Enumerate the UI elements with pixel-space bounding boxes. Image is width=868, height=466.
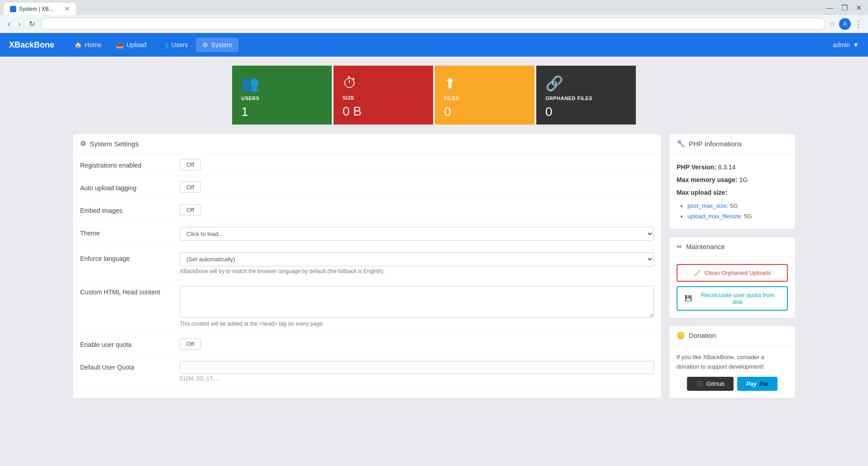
default-quota-row: Default User Quota 1G 512M, 2G, 1T, ... [73, 356, 661, 388]
embed-images-control: Off [180, 204, 654, 216]
paypal-icon: Pay [746, 380, 757, 387]
restore-button[interactable]: ❐ [839, 3, 850, 13]
theme-select[interactable]: Click to load... [180, 227, 654, 241]
upload-max-link[interactable]: upload_max_filesize [687, 213, 741, 220]
html-head-row: Custom HTML Head content This content wi… [73, 280, 661, 333]
nav-items: 🏠 Home 📤 Upload 👥 Users ⚙ System [68, 38, 822, 52]
php-info-header: 🔧 PHP Informations [669, 134, 795, 154]
bookmark-icon: ☆ [829, 19, 835, 28]
recalculate-quota-button[interactable]: 💾 Recalculate user quota from disk [677, 286, 788, 311]
size-stat-label: SIZE [343, 95, 424, 101]
default-quota-input[interactable]: 1G [180, 361, 654, 374]
html-head-control: This content will be added at the <head>… [180, 286, 654, 327]
size-stat-value: 0 B [343, 104, 424, 119]
nav-users[interactable]: 👥 Users [155, 38, 195, 52]
theme-row: Theme Click to load... [73, 221, 661, 247]
back-button[interactable]: ‹ [5, 19, 12, 29]
browser-profile[interactable]: A [839, 18, 851, 30]
user-menu[interactable]: 👤 admin ▼ [822, 41, 859, 48]
coin-icon: 🪙 [677, 331, 685, 340]
quota-toggle[interactable]: Off [180, 338, 201, 350]
default-quota-label: Default User Quota [80, 361, 180, 371]
language-label: Enforce language [80, 252, 180, 262]
close-button[interactable]: ✕ [853, 3, 864, 13]
auto-tagging-label: Auto upload tagging [80, 182, 180, 192]
settings-title: System Settings [90, 140, 138, 148]
upload-max-item: upload_max_filesize: 5G [687, 211, 788, 221]
language-hint: XBackBone will try to match the browser … [180, 268, 654, 274]
users-stat-icon: 👥 [241, 75, 323, 92]
php-info-content: PHP Version: 8.3.14 Max memory usage: 1G… [677, 161, 788, 222]
github-icon: ⚫ [696, 380, 703, 387]
nav-system[interactable]: ⚙ System [196, 38, 238, 52]
theme-label: Theme [80, 227, 180, 237]
default-quota-control: 1G 512M, 2G, 1T, ... [180, 361, 654, 382]
embed-images-toggle[interactable]: Off [180, 204, 201, 216]
quota-control: Off [180, 338, 654, 350]
stat-orphaned: 🔗 ORPHANED FILES 0 [536, 66, 636, 125]
php-info-card: 🔧 PHP Informations PHP Version: 8.3.14 M… [669, 134, 796, 230]
auto-tagging-control: Off [180, 182, 654, 193]
nav-system-label: System [211, 41, 232, 48]
home-icon: 🏠 [74, 41, 82, 48]
orphaned-stat-value: 0 [545, 105, 627, 119]
donation-card: 🪙 Donation If you like XBackBone, consid… [669, 326, 796, 399]
sidebar: 🔧 PHP Informations PHP Version: 8.3.14 M… [669, 134, 796, 399]
donation-buttons: ⚫ GitHub PayPal [677, 377, 788, 391]
reload-button[interactable]: ↻ [27, 19, 37, 29]
max-upload-row: Max upload size: [677, 186, 788, 199]
max-memory-row: Max memory usage: 1G [677, 173, 788, 186]
main-content: ⚙ System Settings Registrations enabled … [0, 134, 868, 408]
minimize-button[interactable]: — [823, 3, 836, 13]
php-info-title: PHP Informations [689, 140, 742, 148]
browser-tab[interactable]: System | XB... ✕ [4, 3, 76, 15]
theme-control: Click to load... [180, 227, 654, 241]
maintenance-body: 🧹 Clean Orphaned Uploads 💾 Recalculate u… [669, 257, 795, 318]
stat-users: 👥 USERS 1 [232, 66, 332, 125]
clean-orphaned-label: Clean Orphaned Uploads [705, 269, 771, 276]
settings-header: ⚙ System Settings [73, 134, 661, 154]
brand-name: XBackBone [9, 40, 54, 50]
files-stat-icon: ⬆ [444, 75, 525, 92]
broom-icon: 🧹 [694, 269, 701, 276]
registrations-control: Off [180, 159, 654, 170]
upload-icon: 📤 [116, 41, 124, 48]
donation-text: If you like XBackBone, consider a donati… [677, 353, 788, 372]
upload-max-value: 5G [744, 213, 752, 220]
quota-label: Enable user quota [80, 338, 180, 348]
size-stat-icon: ⏱ [343, 75, 424, 91]
donation-body: If you like XBackBone, consider a donati… [669, 346, 795, 399]
browser-menu-button[interactable]: ⋮ [854, 19, 863, 29]
clean-orphaned-button[interactable]: 🧹 Clean Orphaned Uploads [677, 264, 788, 282]
nav-upload-label: Upload [126, 41, 146, 48]
html-head-label: Custom HTML Head content [80, 286, 180, 296]
auto-tagging-row: Auto upload tagging Off [73, 176, 661, 199]
system-icon: ⚙ [202, 41, 208, 48]
orphaned-stat-label: ORPHANED FILES [545, 96, 627, 101]
paypal-button[interactable]: PayPal [737, 377, 777, 391]
nav-home[interactable]: 🏠 Home [68, 38, 108, 52]
maintenance-title: Maintenance [686, 243, 725, 250]
maintenance-card: ✂ Maintenance 🧹 Clean Orphaned Uploads 💾… [669, 237, 796, 318]
stats-row: 👥 USERS 1 ⏱ SIZE 0 B ⬆ FILES 0 🔗 ORPHANE… [0, 57, 868, 134]
user-icon: 👤 [822, 41, 830, 48]
wrench-icon: ✂ [677, 243, 682, 251]
language-row: Enforce language (Set automatically) XBa… [73, 247, 661, 280]
quota-row: Enable user quota Off [73, 333, 661, 356]
post-max-size-value: 5G [730, 202, 738, 209]
auto-tagging-toggle[interactable]: Off [180, 182, 201, 193]
calc-icon: 💾 [685, 295, 692, 302]
forward-button[interactable]: › [16, 19, 23, 29]
nav-upload[interactable]: 📤 Upload [110, 38, 153, 52]
language-select[interactable]: (Set automatically) [180, 252, 654, 266]
html-head-textarea[interactable] [180, 286, 654, 317]
registrations-toggle[interactable]: Off [180, 159, 201, 170]
embed-images-label: Embed images [80, 204, 180, 214]
github-button[interactable]: ⚫ GitHub [687, 377, 733, 391]
tab-close-icon[interactable]: ✕ [65, 5, 70, 12]
php-icon: 🔧 [677, 139, 685, 148]
url-bar[interactable]: xbackbone.mariushosting.synology.me/syst… [41, 18, 825, 30]
donation-header: 🪙 Donation [669, 326, 795, 346]
post-max-size-link[interactable]: post_max_size [687, 202, 727, 209]
html-head-hint: This content will be added at the <head>… [180, 321, 654, 327]
